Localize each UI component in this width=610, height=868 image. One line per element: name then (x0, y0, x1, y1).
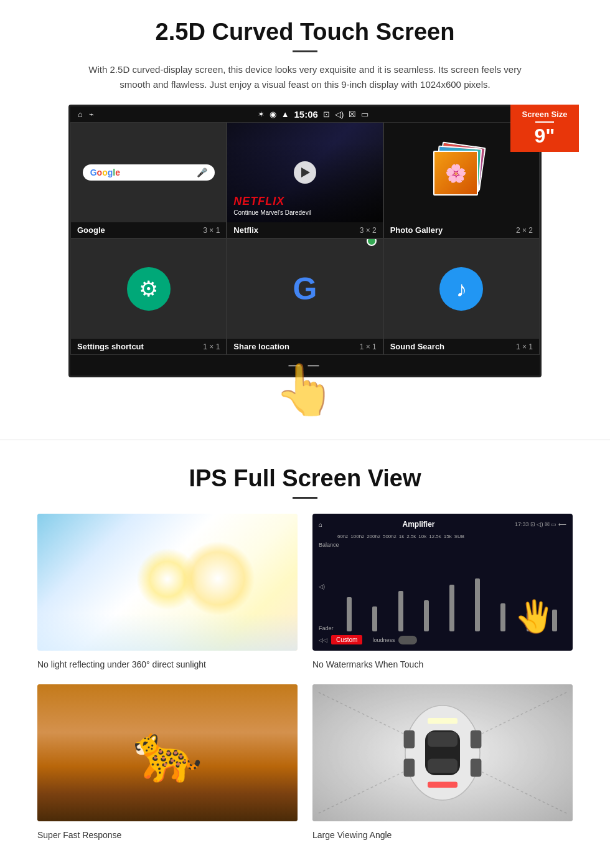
sound-cell-content: ♪ (384, 239, 539, 339)
app-cell-google[interactable]: Google 🎤 Google 3 × 1 (70, 122, 227, 238)
settings-app-name: Settings shortcut (77, 342, 144, 351)
gallery-label-bar: Photo Gallery 2 × 2 (384, 222, 539, 238)
google-label-bar: Google 3 × 1 (71, 222, 226, 238)
netflix-subtitle: Continue Marvel's Daredevil (233, 209, 311, 216)
eq-bar-2 (363, 606, 387, 631)
sound-icon-circle: ♪ (439, 267, 483, 311)
features-grid: No light reflecting under 360° direct su… (37, 514, 573, 840)
device-wrapper: ⌂ ⌁ ✶ ◉ ▲ 15:06 ⊡ ◁) ☒ ▭ (37, 105, 573, 377)
eq-home-icon: ⌂ (319, 521, 322, 528)
eq-body: Balance ◁) Fader (319, 542, 566, 631)
cheetah-image: 🐆 (37, 684, 298, 821)
netflix-cell-content: NETFLIX Continue Marvel's Daredevil (227, 123, 382, 222)
eq-freq-labels: 60hz 100hz 200hz 500hz 1k 2.5k 10k 12.5k… (337, 534, 566, 539)
svg-rect-2 (428, 732, 458, 747)
svg-rect-6 (404, 759, 415, 777)
eq-loudness-label: loudness (372, 637, 395, 643)
app-cell-sound[interactable]: ♪ Sound Search 1 × 1 (383, 238, 540, 355)
section-divider (0, 440, 610, 440)
badge-size: 9" (535, 125, 555, 147)
section-curved-screen: 2.5D Curved Touch Screen With 2.5D curve… (0, 0, 610, 421)
app-cell-netflix[interactable]: NETFLIX Continue Marvel's Daredevil Netf… (227, 122, 383, 238)
settings-cell-content: ⚙ (71, 239, 226, 339)
netflix-app-name: Netflix (233, 225, 258, 235)
share-app-size: 1 × 1 (360, 342, 377, 351)
mic-icon[interactable]: 🎤 (197, 167, 207, 177)
svg-rect-4 (404, 730, 415, 748)
app-cell-share[interactable]: G Share location 1 × 1 (227, 238, 383, 355)
svg-rect-3 (428, 759, 458, 773)
photo-stack-front: 🌸 (433, 151, 478, 196)
eq-footer: ◁◁ Custom loudness (319, 635, 566, 644)
google-app-name: Google (77, 225, 105, 235)
usb-icon: ⌁ (89, 110, 94, 119)
settings-label-bar: Settings shortcut 1 × 1 (71, 339, 226, 354)
music-note-icon: ♪ (456, 276, 467, 301)
app-grid-row2: ⚙ Settings shortcut 1 × 1 G (70, 238, 540, 355)
netflix-overlay: NETFLIX Continue Marvel's Daredevil (227, 123, 382, 222)
section1-description: With 2.5D curved-display screen, this de… (87, 62, 523, 92)
sound-app-size: 1 × 1 (516, 342, 533, 351)
hand-pointer-icon: 👆 (37, 365, 573, 415)
eq-caption: No Watermarks When Touch (312, 659, 573, 669)
eq-header: ⌂ Amplifier 17:33 ⊡ ◁) ☒ ▭ ⟵ (319, 520, 566, 529)
maps-g-icon: G (293, 271, 317, 307)
gallery-app-size: 2 × 2 (516, 226, 533, 235)
share-cell-content: G (227, 239, 382, 339)
status-center: ✶ ◉ ▲ 15:06 ⊡ ◁) ☒ ▭ (258, 109, 369, 120)
status-bar: ⌂ ⌁ ✶ ◉ ▲ 15:06 ⊡ ◁) ☒ ▭ (70, 106, 540, 122)
eq-bar-3 (388, 591, 412, 631)
sound-app-name: Sound Search (390, 342, 444, 351)
screen-size-badge: Screen Size 9" (510, 105, 579, 152)
settings-app-size: 1 × 1 (203, 342, 220, 351)
home-icon: ⌂ (78, 110, 83, 119)
eq-side-labels: Balance ◁) Fader (319, 542, 337, 631)
svg-rect-7 (471, 759, 482, 777)
eq-custom-btn: Custom (331, 635, 362, 644)
status-left: ⌂ ⌁ (78, 110, 94, 119)
app-cell-settings[interactable]: ⚙ Settings shortcut 1 × 1 (70, 238, 227, 355)
eq-loudness-toggle[interactable] (398, 636, 417, 644)
google-cell-content: Google 🎤 (71, 123, 226, 222)
badge-divider (535, 121, 554, 123)
feature-eq: ⌂ Amplifier 17:33 ⊡ ◁) ☒ ▭ ⟵ 60hz 100hz … (312, 514, 573, 669)
eq-label-balance: Balance (319, 542, 335, 548)
section1-divider (293, 50, 317, 52)
eq-title: Amplifier (403, 520, 435, 529)
section2-divider (293, 497, 317, 499)
share-label-bar: Share location 1 × 1 (227, 339, 382, 354)
eq-time: 17:33 ⊡ ◁) ☒ ▭ ⟵ (515, 521, 566, 527)
settings-icon-circle: ⚙ (127, 267, 171, 311)
gear-icon: ⚙ (139, 276, 158, 301)
sunlight-image (37, 514, 298, 651)
cheetah-emoji: 🐆 (37, 684, 298, 821)
wifi-icon: ▲ (281, 110, 289, 119)
eq-hand-icon: 🖐 (515, 598, 554, 634)
camera-icon: ⊡ (323, 110, 330, 119)
car-caption: Large Viewing Angle (312, 830, 573, 840)
feature-car: Large Viewing Angle (312, 684, 573, 840)
section-ips-screen: IPS Full Screen View No light reflecting… (0, 459, 610, 852)
eq-back-icon: ◁◁ (319, 637, 327, 643)
section1-title: 2.5D Curved Touch Screen (37, 19, 573, 45)
x-box-icon: ☒ (349, 110, 356, 119)
cheetah-caption: Super Fast Response (37, 830, 298, 840)
eq-bar-4 (415, 600, 438, 631)
eq-bar-7 (491, 603, 515, 631)
eq-bar-1 (337, 597, 361, 631)
netflix-logo: NETFLIX (233, 195, 284, 208)
gallery-app-name: Photo Gallery (390, 225, 443, 235)
car-image (312, 684, 573, 821)
badge-label: Screen Size (517, 110, 573, 119)
app-grid-row1: Google 🎤 Google 3 × 1 (70, 122, 540, 238)
google-search-bar[interactable]: Google 🎤 (83, 164, 215, 181)
eq-bars-container: 🖐 (337, 542, 566, 631)
svg-rect-9 (428, 781, 458, 788)
volume-icon: ◁) (335, 110, 344, 119)
photo-stack: 🌸 (433, 144, 489, 200)
feature-sunlight: No light reflecting under 360° direct su… (37, 514, 298, 669)
eq-speaker-icon: ◁) (319, 583, 335, 590)
eq-label-fader: Fader (319, 625, 335, 631)
share-content: G (227, 239, 382, 339)
eq-bar-5 (440, 585, 464, 631)
